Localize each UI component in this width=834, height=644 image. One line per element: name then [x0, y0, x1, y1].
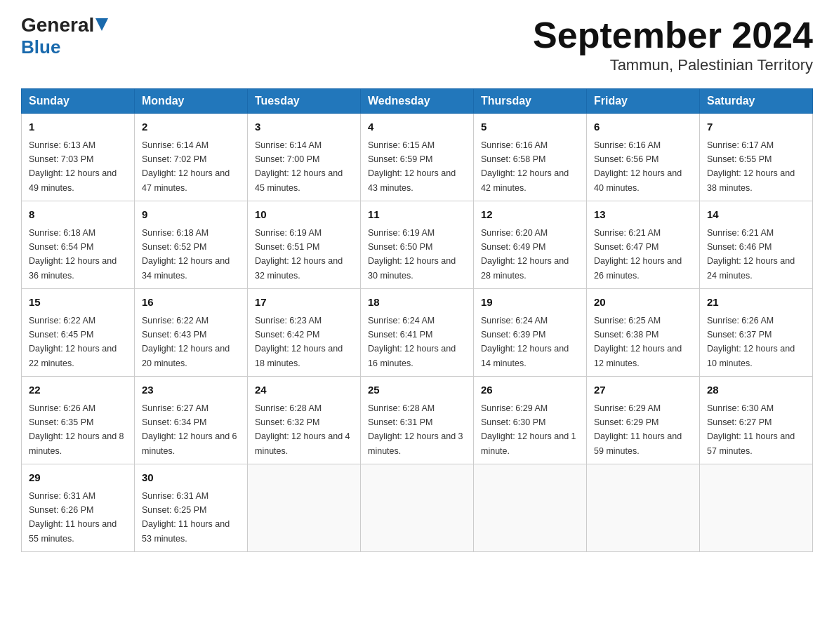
day-info: Sunrise: 6:22 AM Sunset: 6:45 PM Dayligh… — [29, 316, 117, 368]
calendar-day-cell: 23 Sunrise: 6:27 AM Sunset: 6:34 PM Dayl… — [135, 377, 248, 464]
day-number: 1 — [29, 119, 127, 135]
calendar-day-cell: 17 Sunrise: 6:23 AM Sunset: 6:42 PM Dayl… — [248, 289, 361, 377]
calendar-day-cell: 21 Sunrise: 6:26 AM Sunset: 6:37 PM Dayl… — [700, 289, 813, 377]
calendar-header-row: SundayMondayTuesdayWednesdayThursdayFrid… — [22, 89, 813, 114]
day-number: 10 — [255, 207, 353, 223]
calendar-day-cell: 29 Sunrise: 6:31 AM Sunset: 6:26 PM Dayl… — [22, 464, 135, 552]
calendar-day-header: Wednesday — [361, 89, 474, 114]
title-section: September 2024 Tammun, Palestinian Terri… — [533, 14, 813, 74]
day-info: Sunrise: 6:24 AM Sunset: 6:41 PM Dayligh… — [368, 316, 456, 368]
day-number: 4 — [368, 119, 466, 135]
page-subtitle: Tammun, Palestinian Territory — [533, 56, 813, 74]
calendar-day-cell: 10 Sunrise: 6:19 AM Sunset: 6:51 PM Dayl… — [248, 201, 361, 289]
day-number: 13 — [594, 207, 692, 223]
day-info: Sunrise: 6:26 AM Sunset: 6:35 PM Dayligh… — [29, 403, 124, 456]
day-number: 7 — [707, 119, 805, 135]
calendar-day-cell: 27 Sunrise: 6:29 AM Sunset: 6:29 PM Dayl… — [587, 377, 700, 464]
day-info: Sunrise: 6:25 AM Sunset: 6:38 PM Dayligh… — [594, 316, 682, 368]
day-number: 23 — [142, 382, 240, 398]
calendar-day-cell — [361, 464, 474, 552]
day-info: Sunrise: 6:18 AM Sunset: 6:54 PM Dayligh… — [29, 228, 117, 281]
day-info: Sunrise: 6:26 AM Sunset: 6:37 PM Dayligh… — [707, 316, 795, 368]
calendar-week-row: 29 Sunrise: 6:31 AM Sunset: 6:26 PM Dayl… — [22, 464, 813, 552]
calendar-day-cell: 16 Sunrise: 6:22 AM Sunset: 6:43 PM Dayl… — [135, 289, 248, 377]
day-number: 9 — [142, 207, 240, 223]
day-info: Sunrise: 6:31 AM Sunset: 6:26 PM Dayligh… — [29, 491, 117, 544]
day-info: Sunrise: 6:23 AM Sunset: 6:42 PM Dayligh… — [255, 316, 343, 368]
calendar-day-header: Sunday — [22, 89, 135, 114]
calendar-week-row: 15 Sunrise: 6:22 AM Sunset: 6:45 PM Dayl… — [22, 289, 813, 377]
calendar-day-cell: 25 Sunrise: 6:28 AM Sunset: 6:31 PM Dayl… — [361, 377, 474, 464]
day-number: 17 — [255, 295, 353, 311]
calendar-day-cell: 3 Sunrise: 6:14 AM Sunset: 7:00 PM Dayli… — [248, 114, 361, 201]
calendar-day-cell: 2 Sunrise: 6:14 AM Sunset: 7:02 PM Dayli… — [135, 114, 248, 201]
day-number: 29 — [29, 470, 127, 486]
calendar-day-cell — [700, 464, 813, 552]
day-number: 19 — [481, 295, 579, 311]
calendar-day-cell — [587, 464, 700, 552]
day-info: Sunrise: 6:29 AM Sunset: 6:29 PM Dayligh… — [594, 403, 682, 456]
calendar-day-cell: 22 Sunrise: 6:26 AM Sunset: 6:35 PM Dayl… — [22, 377, 135, 464]
calendar-day-header: Tuesday — [248, 89, 361, 114]
day-info: Sunrise: 6:19 AM Sunset: 6:51 PM Dayligh… — [255, 228, 343, 281]
day-info: Sunrise: 6:18 AM Sunset: 6:52 PM Dayligh… — [142, 228, 230, 281]
calendar-day-cell: 7 Sunrise: 6:17 AM Sunset: 6:55 PM Dayli… — [700, 114, 813, 201]
calendar-day-cell: 20 Sunrise: 6:25 AM Sunset: 6:38 PM Dayl… — [587, 289, 700, 377]
calendar-day-cell: 30 Sunrise: 6:31 AM Sunset: 6:25 PM Dayl… — [135, 464, 248, 552]
day-info: Sunrise: 6:19 AM Sunset: 6:50 PM Dayligh… — [368, 228, 456, 281]
day-info: Sunrise: 6:13 AM Sunset: 7:03 PM Dayligh… — [29, 140, 117, 193]
day-info: Sunrise: 6:14 AM Sunset: 7:00 PM Dayligh… — [255, 140, 343, 193]
logo-blue-text: Blue — [21, 36, 60, 58]
calendar-day-cell: 24 Sunrise: 6:28 AM Sunset: 6:32 PM Dayl… — [248, 377, 361, 464]
day-number: 11 — [368, 207, 466, 223]
day-info: Sunrise: 6:20 AM Sunset: 6:49 PM Dayligh… — [481, 228, 569, 281]
day-info: Sunrise: 6:15 AM Sunset: 6:59 PM Dayligh… — [368, 140, 456, 193]
logo-triangle-icon — [95, 18, 108, 31]
day-number: 27 — [594, 382, 692, 398]
calendar-day-cell: 18 Sunrise: 6:24 AM Sunset: 6:41 PM Dayl… — [361, 289, 474, 377]
calendar-day-cell: 4 Sunrise: 6:15 AM Sunset: 6:59 PM Dayli… — [361, 114, 474, 201]
calendar-week-row: 8 Sunrise: 6:18 AM Sunset: 6:54 PM Dayli… — [22, 201, 813, 289]
calendar-day-cell: 5 Sunrise: 6:16 AM Sunset: 6:58 PM Dayli… — [474, 114, 587, 201]
logo-general-text: General — [21, 14, 94, 36]
day-info: Sunrise: 6:24 AM Sunset: 6:39 PM Dayligh… — [481, 316, 569, 368]
calendar-day-cell — [248, 464, 361, 552]
day-number: 16 — [142, 295, 240, 311]
day-number: 20 — [594, 295, 692, 311]
day-number: 12 — [481, 207, 579, 223]
calendar-day-cell: 13 Sunrise: 6:21 AM Sunset: 6:47 PM Dayl… — [587, 201, 700, 289]
calendar-day-cell: 19 Sunrise: 6:24 AM Sunset: 6:39 PM Dayl… — [474, 289, 587, 377]
day-info: Sunrise: 6:21 AM Sunset: 6:46 PM Dayligh… — [707, 228, 795, 281]
day-info: Sunrise: 6:28 AM Sunset: 6:32 PM Dayligh… — [255, 403, 350, 456]
calendar-day-cell: 14 Sunrise: 6:21 AM Sunset: 6:46 PM Dayl… — [700, 201, 813, 289]
day-number: 3 — [255, 119, 353, 135]
calendar-day-cell: 1 Sunrise: 6:13 AM Sunset: 7:03 PM Dayli… — [22, 114, 135, 201]
day-number: 14 — [707, 207, 805, 223]
calendar-day-cell: 15 Sunrise: 6:22 AM Sunset: 6:45 PM Dayl… — [22, 289, 135, 377]
calendar-day-cell: 28 Sunrise: 6:30 AM Sunset: 6:27 PM Dayl… — [700, 377, 813, 464]
day-info: Sunrise: 6:30 AM Sunset: 6:27 PM Dayligh… — [707, 403, 795, 456]
day-info: Sunrise: 6:14 AM Sunset: 7:02 PM Dayligh… — [142, 140, 230, 193]
day-number: 22 — [29, 382, 127, 398]
day-number: 6 — [594, 119, 692, 135]
day-number: 21 — [707, 295, 805, 311]
calendar-day-cell: 9 Sunrise: 6:18 AM Sunset: 6:52 PM Dayli… — [135, 201, 248, 289]
calendar-day-cell: 12 Sunrise: 6:20 AM Sunset: 6:49 PM Dayl… — [474, 201, 587, 289]
day-number: 26 — [481, 382, 579, 398]
calendar-week-row: 22 Sunrise: 6:26 AM Sunset: 6:35 PM Dayl… — [22, 377, 813, 464]
calendar-day-cell: 8 Sunrise: 6:18 AM Sunset: 6:54 PM Dayli… — [22, 201, 135, 289]
calendar-week-row: 1 Sunrise: 6:13 AM Sunset: 7:03 PM Dayli… — [22, 114, 813, 201]
day-info: Sunrise: 6:16 AM Sunset: 6:56 PM Dayligh… — [594, 140, 682, 193]
day-info: Sunrise: 6:16 AM Sunset: 6:58 PM Dayligh… — [481, 140, 569, 193]
calendar-day-cell — [474, 464, 587, 552]
page-header: General Blue September 2024 Tammun, Pale… — [21, 14, 813, 74]
day-info: Sunrise: 6:21 AM Sunset: 6:47 PM Dayligh… — [594, 228, 682, 281]
calendar-day-cell: 11 Sunrise: 6:19 AM Sunset: 6:50 PM Dayl… — [361, 201, 474, 289]
calendar-day-header: Saturday — [700, 89, 813, 114]
day-info: Sunrise: 6:28 AM Sunset: 6:31 PM Dayligh… — [368, 403, 463, 456]
calendar-day-cell: 26 Sunrise: 6:29 AM Sunset: 6:30 PM Dayl… — [474, 377, 587, 464]
calendar-day-header: Friday — [587, 89, 700, 114]
calendar-table: SundayMondayTuesdayWednesdayThursdayFrid… — [21, 88, 813, 552]
day-info: Sunrise: 6:17 AM Sunset: 6:55 PM Dayligh… — [707, 140, 795, 193]
day-number: 2 — [142, 119, 240, 135]
